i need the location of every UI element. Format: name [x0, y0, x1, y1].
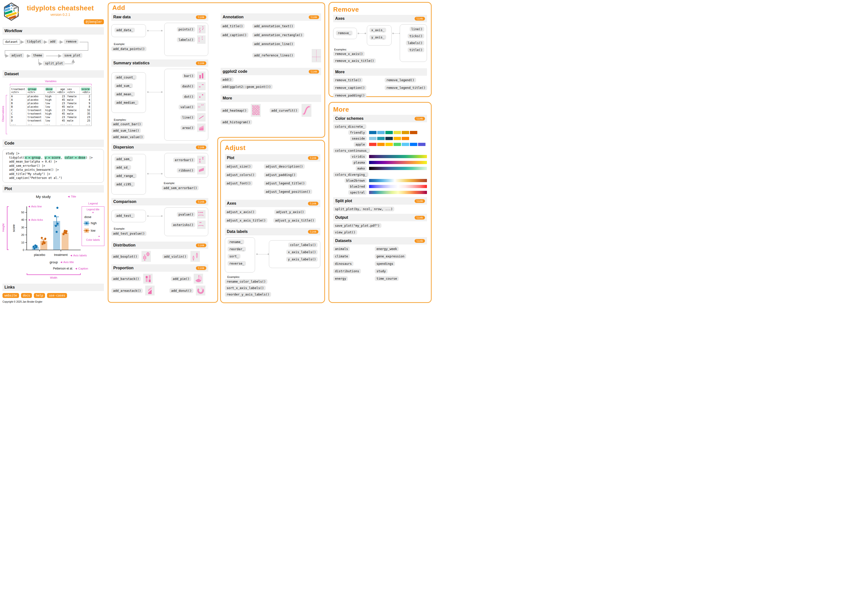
author-badge[interactable]: @jbengler	[84, 19, 104, 24]
link-button[interactable]: link	[415, 117, 425, 121]
link-button[interactable]: link	[309, 70, 319, 73]
color-swatch	[394, 131, 401, 134]
col-name: group	[28, 88, 37, 90]
link-usecases[interactable]: use-cases	[47, 293, 67, 298]
palette-gradient	[369, 191, 427, 194]
link-button[interactable]: link	[415, 216, 425, 219]
example-pill: add_test_pvalue()	[111, 231, 146, 236]
example-pill: add_sum_line()	[111, 128, 141, 133]
function-pill: add_sd_	[115, 165, 131, 170]
svg-text:20: 20	[21, 233, 24, 236]
examples-label: Examples:	[114, 118, 126, 121]
link-help[interactable]: help	[34, 293, 45, 298]
palette-swatches	[369, 137, 409, 140]
dataset-cell: male	[66, 98, 79, 101]
dataset-pill: climate	[333, 254, 350, 259]
summary-statistics-figure: add_count_ add_sum_ add_mean_ add_median…	[111, 69, 208, 141]
function-pill: x_axis_labels()	[286, 250, 318, 254]
remove-more-grid: remove_title() remove_caption() remove_p…	[333, 78, 427, 101]
function-pill: add_donut()	[169, 288, 194, 293]
reference-lines-icon	[312, 49, 321, 62]
link-button[interactable]: link	[196, 266, 206, 270]
annotation-color-labels: Color labels	[82, 238, 104, 241]
link-button[interactable]: link	[309, 16, 319, 19]
link-docs[interactable]: docs	[21, 293, 32, 298]
link-button[interactable]: link	[415, 17, 425, 20]
example-pill: add_data_points()	[111, 47, 146, 51]
plot-caption: Petterson et al.	[35, 267, 73, 270]
link-button[interactable]: link	[196, 146, 206, 149]
link-button[interactable]: link	[196, 200, 206, 204]
palette-group-label: colors_discrete_	[333, 124, 366, 129]
example-label: Example:	[114, 227, 125, 230]
dataset-cell: high	[44, 98, 56, 101]
section-header-split-plot: Split plot link	[333, 197, 427, 205]
section-heading: Workflow	[5, 29, 22, 33]
code-highlight-y: y = score	[44, 156, 60, 159]
area-icon	[197, 123, 206, 132]
col-type: <dbl>	[81, 90, 90, 93]
link-button[interactable]: link	[415, 239, 425, 243]
link-button[interactable]: link	[415, 199, 425, 203]
col-name: sex	[67, 88, 78, 90]
annotation-axis-ticks: ◄ Axis ticks	[28, 218, 43, 221]
col-name: treatment	[11, 88, 25, 90]
section-heading: Data labels	[227, 229, 248, 234]
workflow-diagram: dataset tidyplot add remove adjust theme…	[3, 37, 104, 68]
dataset-cell: male	[66, 119, 79, 122]
dataset-cell: 4	[79, 98, 91, 101]
svg-text:10: 10	[21, 241, 24, 244]
palette-name: spectral	[348, 190, 367, 195]
annotation-axis-labels: ◄ Axis labels	[70, 254, 87, 257]
workflow-node-split-plot: split_plot	[43, 61, 65, 66]
proportion-row-2: add_areastack() add_donut()	[111, 286, 208, 295]
color-swatch	[402, 131, 409, 134]
link-button[interactable]: link	[196, 244, 206, 247]
palette-row-blue2red: blue2red	[333, 184, 427, 189]
dataset-cell: A	[10, 98, 26, 101]
annotation-caption: ◄ Caption	[75, 267, 88, 270]
dataset-cell: ...	[26, 122, 44, 126]
color-swatch	[369, 131, 377, 134]
palette-group-label: colors_continuous_	[333, 148, 370, 153]
boxplot-icon	[141, 251, 151, 262]
dataset-cell: 23	[56, 115, 66, 119]
color-swatch	[385, 143, 393, 146]
col-name: age	[57, 88, 65, 90]
function-pill: reverse_	[228, 261, 246, 266]
remove-box-1: remove_	[333, 28, 357, 39]
link-button[interactable]: link	[308, 230, 319, 234]
function-pill: area()	[181, 126, 195, 130]
annotation-legend-title: Legend title	[82, 208, 104, 211]
left-column: tidy plots tidyplots cheatsheet version …	[3, 2, 104, 303]
color-swatch	[369, 137, 377, 140]
dash-icon	[197, 82, 206, 90]
dataset-cell: ...	[44, 122, 56, 126]
dataset-cell: 45	[56, 98, 66, 101]
section-header-adjust-plot: Plot link	[225, 154, 320, 162]
dataset-cell: male	[66, 112, 79, 115]
function-pill: view_plot()	[333, 230, 357, 235]
function-pill: add_annotation_line()	[252, 42, 295, 46]
height-bracket	[7, 207, 9, 250]
dot-icon	[197, 92, 206, 101]
example-pill: rename_color_labels()	[225, 279, 267, 284]
dataset-cell: 45	[56, 119, 66, 122]
link-button[interactable]: link	[308, 156, 319, 160]
dataset-cell: 45	[56, 112, 66, 115]
link-button[interactable]: link	[196, 16, 206, 19]
link-button[interactable]: link	[308, 202, 319, 205]
example-pill: reorder_y_axis_labels()	[225, 292, 271, 297]
summary-left-box: add_count_ add_sum_ add_mean_ add_median…	[111, 72, 146, 113]
link-website[interactable]: website	[3, 293, 19, 298]
dataset-cell: ...	[56, 122, 66, 126]
palette-row-friendly: friendly	[333, 130, 427, 135]
observations-label: Observations	[2, 106, 5, 122]
palette-row-spectral: spectral	[333, 190, 427, 195]
link-button[interactable]: link	[196, 61, 206, 65]
function-pill: adjust_y_axis()	[274, 210, 306, 215]
workflow-node-tidyplot: tidyplot	[25, 39, 43, 44]
section-heading: Datasets	[335, 239, 352, 243]
connector	[358, 33, 365, 34]
example-pill: add_mean_value()	[111, 135, 144, 139]
